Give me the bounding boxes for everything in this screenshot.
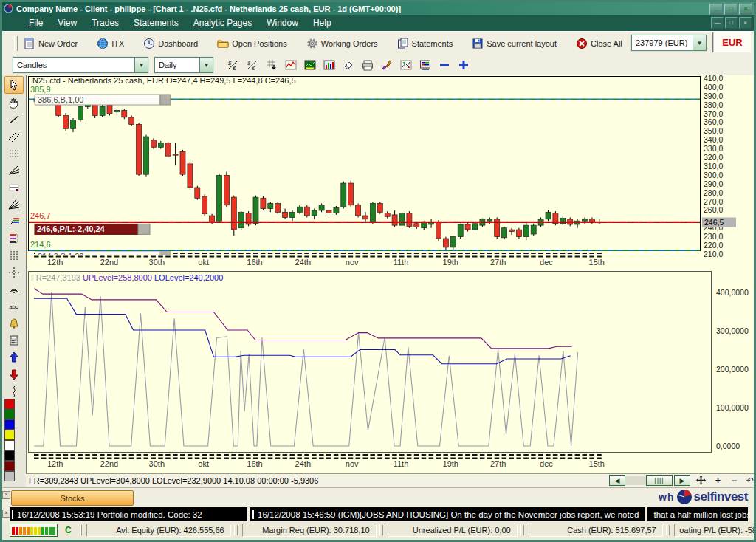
tool-horizontal-line-button[interactable] — [5, 179, 23, 196]
palette-color[interactable] — [4, 461, 15, 471]
globe-icon — [97, 38, 109, 49]
toolbar-dashboard[interactable]: Dashboard — [143, 38, 198, 49]
toolbar-save-current-layout[interactable]: Save current layout — [472, 38, 557, 49]
price-currency-button[interactable]: $€ — [224, 57, 242, 73]
fibonacci-brace — [8, 233, 20, 244]
tool-crosshair-button[interactable] — [5, 264, 23, 281]
close-icon[interactable]: × — [2, 491, 10, 499]
tool-colored-trend-button[interactable] — [5, 213, 23, 230]
chart-area[interactable]: .N25.cfd - Netherlands 25 cash, EUR O=24… — [26, 75, 755, 473]
pan-icon[interactable] — [696, 476, 706, 487]
indicator-chart[interactable]: FR=247,3193 UPLevel=258,8000 LOLevel=240… — [27, 269, 755, 473]
period-select[interactable]: Daily ▼ — [154, 57, 213, 73]
svg-text:100,0000: 100,0000 — [716, 403, 749, 412]
tool-hand-button[interactable] — [5, 95, 23, 111]
chart-arrows-button[interactable] — [397, 57, 415, 73]
tool-fibonacci-brace-button[interactable] — [5, 230, 23, 247]
arrow-up — [8, 351, 20, 363]
series-type-select[interactable]: Candles ▼ — [13, 57, 148, 73]
tool-alert-bell-button[interactable] — [5, 315, 23, 332]
account-selector[interactable]: 237979 (EUR) ▼ — [631, 35, 707, 51]
tool-calculator-button[interactable] — [5, 332, 23, 349]
toolbar-itx[interactable]: ITX — [97, 38, 124, 49]
title-bar[interactable]: Company Name - Client - philippe - [Char… — [2, 2, 754, 15]
svg-text:24th: 24th — [295, 258, 311, 267]
palette-color[interactable] — [4, 399, 15, 409]
svg-text:400,0000: 400,0000 — [716, 288, 749, 297]
menu-help[interactable]: Help — [306, 16, 339, 30]
alert-bell — [8, 318, 20, 329]
eraser-button[interactable] — [340, 57, 357, 73]
scroll-right-button[interactable]: ▶ — [674, 475, 690, 486]
currency-button[interactable]: EUR — [712, 32, 751, 52]
line-chart-button[interactable] — [282, 57, 300, 73]
series-UPLevel — [34, 289, 572, 349]
menu-window[interactable]: Window — [259, 16, 306, 30]
color-palette — [4, 399, 24, 481]
tool-cursor-button[interactable] — [4, 76, 24, 94]
statements-icon — [397, 38, 409, 49]
svg-text:nov: nov — [346, 258, 359, 267]
tool-trendline-button[interactable] — [5, 112, 23, 128]
tool-dotted-grid-button[interactable] — [5, 145, 23, 162]
tool-freehand-button[interactable] — [5, 383, 23, 399]
printer-button[interactable] — [359, 57, 377, 73]
gear-icon — [306, 38, 318, 49]
brush-button[interactable] — [378, 57, 396, 73]
undo-icon[interactable]: ↶ — [746, 476, 754, 486]
chart-image-button[interactable] — [301, 57, 319, 73]
scrollbar-track[interactable] — [625, 476, 646, 485]
mdi-minimize-button[interactable]: — — [711, 17, 724, 29]
palette-color[interactable] — [4, 440, 15, 450]
close-button[interactable]: × — [739, 4, 752, 15]
palette-color[interactable] — [4, 419, 15, 430]
palette-color[interactable] — [4, 450, 15, 461]
tool-arrow-up-button[interactable] — [5, 349, 23, 366]
palette-color[interactable] — [4, 430, 15, 440]
zoom-in-button[interactable] — [455, 57, 472, 73]
toolbar-close-all[interactable]: Close All — [576, 38, 622, 49]
tool-arrow-down-button[interactable] — [5, 366, 23, 383]
tool-speed-lines-button[interactable] — [5, 196, 23, 213]
palette-color[interactable] — [4, 409, 15, 419]
tool-parallel-lines-button[interactable] — [5, 128, 23, 145]
tool-arcs-button[interactable] — [5, 281, 23, 298]
toolbar-open-positions[interactable]: Open Positions — [217, 38, 287, 49]
tool-text-abc-button[interactable]: abc — [5, 298, 23, 315]
tab-stocks[interactable]: Stocks — [11, 490, 134, 506]
histogram-button[interactable] — [320, 57, 338, 73]
tool-fan-lines-button[interactable] — [5, 162, 23, 179]
price-chart[interactable]: .N25.cfd - Netherlands 25 cash, EUR O=24… — [27, 75, 755, 269]
menu-view[interactable]: View — [50, 16, 84, 30]
menu-trades[interactable]: Trades — [84, 16, 126, 30]
restore-button[interactable]: □ — [724, 4, 738, 15]
menu-statements[interactable]: Statements — [126, 16, 186, 30]
chevron-down-icon[interactable]: ▼ — [199, 58, 213, 72]
zoom-out-button[interactable] — [436, 57, 453, 73]
grid-button[interactable] — [263, 57, 281, 73]
price-percent-button[interactable]: $€ — [244, 57, 261, 73]
menu-analytic-pages[interactable]: Analytic Pages — [186, 16, 259, 30]
folder-icon — [217, 38, 229, 49]
scroll-left-button[interactable]: ◀ — [609, 475, 625, 486]
menu-file[interactable]: File — [21, 16, 50, 30]
scrollbar-thumb[interactable]: |||| — [646, 475, 673, 486]
zoom-out-icon[interactable]: − — [732, 476, 737, 486]
toolbar-statements[interactable]: Statements — [397, 38, 453, 49]
palette-color[interactable] — [4, 471, 15, 481]
toolbar-grip[interactable] — [14, 36, 18, 51]
toolbar-working-orders[interactable]: Working Orders — [306, 38, 378, 49]
news-headline-2: that a half million lost jobs was... — [653, 510, 748, 519]
chevron-down-icon[interactable]: ▼ — [134, 58, 148, 72]
tool-vertical-grid-button[interactable] — [5, 247, 23, 264]
minimize-button[interactable]: _ — [709, 4, 723, 15]
meter-bar — [52, 527, 55, 535]
mdi-close-button[interactable]: × — [739, 17, 752, 29]
meter-bar — [34, 527, 37, 535]
quote-board-button[interactable] — [416, 57, 434, 73]
zoom-in-icon[interactable]: + — [715, 476, 721, 486]
toolbar-new-order[interactable]: New Order — [24, 38, 78, 49]
mdi-restore-button[interactable]: □ — [725, 17, 738, 29]
svg-text:310,0: 310,0 — [704, 162, 723, 171]
chevron-down-icon[interactable]: ▼ — [693, 35, 706, 50]
